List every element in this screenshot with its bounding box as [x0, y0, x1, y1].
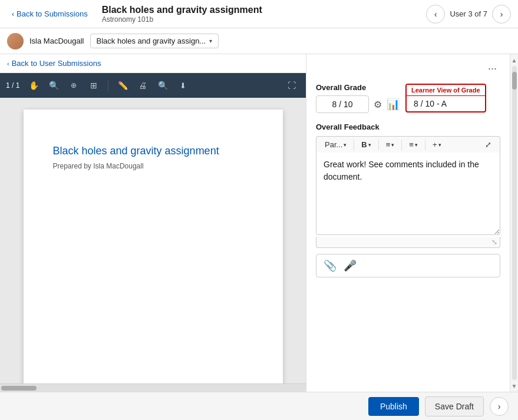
rte-separator-3 [401, 140, 402, 150]
overall-grade-section: Overall Grade 8 / 10 ⚙ 📊 [316, 83, 400, 113]
horizontal-scrollbar[interactable] [0, 383, 306, 392]
page-indicator: 1 / 1 [6, 81, 19, 90]
hand-tool-button[interactable]: ✋ [25, 77, 42, 94]
chevron-down-icon: ▾ [415, 142, 418, 148]
split-view-icon: ⊞ [90, 81, 97, 90]
zoom-out-button[interactable]: 🔍 [45, 77, 62, 94]
scroll-thumb [512, 72, 517, 90]
back-to-user-label: Back to User Submissions [12, 59, 101, 68]
search-button[interactable]: 🔍 [154, 77, 171, 94]
align-button[interactable]: ≡ ▾ [382, 139, 398, 150]
plus-icon: + [433, 140, 437, 149]
list-button[interactable]: ≡ ▾ [405, 139, 421, 150]
feedback-textarea[interactable] [316, 153, 500, 235]
toolbar-separator [108, 80, 108, 91]
print-button[interactable]: 🖨 [134, 77, 151, 94]
learner-view-label: Learner View of Grade [407, 85, 485, 96]
save-draft-button[interactable]: Save Draft [425, 396, 484, 416]
scroll-track [512, 66, 517, 380]
chevron-down-icon: ▾ [391, 142, 394, 148]
download-button[interactable]: ⬇ [174, 77, 191, 94]
back-to-user-submissions-button[interactable]: ‹ Back to User Submissions [0, 54, 306, 73]
search-icon: 🔍 [158, 81, 168, 90]
overall-feedback-section: Overall Feedback Par... ▾ B ▾ ≡ [316, 123, 500, 248]
document-title: Black holes and gravity assignment [53, 145, 253, 157]
rte-separator-4 [425, 140, 425, 150]
chevron-down-icon: ▾ [438, 142, 441, 148]
avatar-image [7, 33, 24, 49]
assignment-title: Black holes and gravity assignment [102, 4, 417, 15]
rich-text-toolbar: Par... ▾ B ▾ ≡ ▾ ≡ [316, 136, 500, 153]
microphone-button[interactable]: 🎤 [344, 259, 357, 272]
document-view: Black holes and gravity assignment Prepa… [0, 98, 306, 383]
bold-button[interactable]: B ▾ [358, 139, 374, 150]
vertical-scrollbar[interactable]: ▲ ▼ [510, 54, 518, 392]
expand-editor-button[interactable]: ⤢ [481, 139, 495, 150]
learner-grade-wrapper: Learner View of Grade 8 / 10 - A [405, 84, 486, 113]
split-view-button[interactable]: ⊞ [85, 77, 102, 94]
attachment-row: 📎 🎤 [316, 254, 500, 277]
grade-settings-icon[interactable]: ⚙ [374, 99, 382, 110]
footer-next-button[interactable]: › [490, 397, 509, 416]
header-title-section: Black holes and gravity assignment Astro… [93, 4, 427, 24]
grade-panel: ··· Overall Grade 8 / 10 ⚙ 📊 Learner Vie… [306, 54, 510, 392]
prev-user-button[interactable]: ‹ [426, 5, 445, 24]
resize-handle: ⤡ [316, 237, 500, 248]
document-subtitle: Prepared by Isla MacDougall [53, 162, 253, 170]
avatar [7, 33, 24, 49]
document-toolbar: 1 / 1 ✋ 🔍 ⊕ ⊞ ✏️ 🖨 🔍 [0, 73, 306, 98]
right-panel: ··· Overall Grade 8 / 10 ⚙ 📊 Learner Vie… [306, 54, 518, 392]
rte-separator-2 [378, 140, 379, 150]
more-options-button[interactable]: ··· [484, 61, 500, 76]
chevron-left-icon: ‹ [7, 60, 9, 67]
zoom-in-button[interactable]: ⊕ [65, 77, 82, 94]
overall-grade-label: Overall Grade [316, 83, 400, 92]
pen-icon: ✏️ [118, 81, 128, 90]
paragraph-style-button[interactable]: Par... ▾ [321, 139, 350, 150]
resize-icon: ⤡ [491, 238, 497, 246]
align-icon: ≡ [386, 140, 391, 149]
main-content: ‹ Back to User Submissions 1 / 1 ✋ 🔍 ⊕ ⊞… [0, 54, 518, 392]
dropdown-text: Black holes and gravity assign... [97, 37, 206, 45]
attach-file-button[interactable]: 📎 [324, 259, 336, 272]
bottom-footer: Publish Save Draft › [0, 392, 518, 420]
scroll-up-button[interactable]: ▲ [511, 57, 518, 64]
scroll-down-button[interactable]: ▼ [511, 382, 518, 389]
rte-separator [354, 140, 354, 150]
document-panel: ‹ Back to User Submissions 1 / 1 ✋ 🔍 ⊕ ⊞… [0, 54, 306, 392]
user-navigation: ‹ User 3 of 7 › [426, 5, 511, 24]
publish-button[interactable]: Publish [368, 397, 419, 416]
chevron-down-icon: ▾ [209, 38, 212, 44]
learner-grade-value: 8 / 10 - A [407, 96, 485, 111]
grade-input[interactable]: 8 / 10 [316, 95, 369, 113]
hand-icon: ✋ [29, 81, 39, 90]
learner-grade-section: Learner View of Grade 8 / 10 - A [405, 84, 486, 113]
back-label: Back to Submissions [17, 9, 88, 18]
download-icon: ⬇ [180, 81, 186, 90]
assignment-dropdown[interactable]: Black holes and gravity assign... ▾ [90, 34, 219, 48]
document-page: Black holes and gravity assignment Prepa… [24, 110, 283, 383]
paragraph-label: Par... [325, 140, 342, 149]
overall-feedback-label: Overall Feedback [316, 123, 500, 131]
insert-button[interactable]: + ▾ [429, 139, 445, 150]
chevron-left-icon: ‹ [12, 10, 14, 18]
user-name: Isla MacDougall [29, 37, 84, 45]
expand-icon: ⤢ [485, 140, 491, 149]
chevron-down-icon: ▾ [344, 142, 347, 148]
grade-row: Overall Grade 8 / 10 ⚙ 📊 Learner View of… [316, 83, 500, 113]
zoom-out-icon: 🔍 [49, 81, 59, 90]
course-subtitle: Astronomy 101b [102, 15, 417, 24]
chevron-down-icon: ▾ [368, 142, 371, 148]
grade-panel-menu: ··· [316, 61, 500, 76]
top-header: ‹ Back to Submissions Black holes and gr… [0, 0, 518, 28]
grade-chart-icon[interactable]: 📊 [387, 98, 400, 111]
bold-label: B [361, 140, 367, 149]
zoom-in-icon: ⊕ [71, 81, 77, 90]
back-to-submissions-button[interactable]: ‹ Back to Submissions [7, 7, 93, 21]
next-user-button[interactable]: › [492, 5, 511, 24]
fullscreen-icon: ⛶ [288, 81, 296, 90]
user-nav-label: User 3 of 7 [450, 9, 487, 18]
user-bar: Isla MacDougall Black holes and gravity … [0, 28, 518, 54]
fullscreen-button[interactable]: ⛶ [283, 77, 300, 94]
pen-tool-button[interactable]: ✏️ [114, 77, 131, 94]
